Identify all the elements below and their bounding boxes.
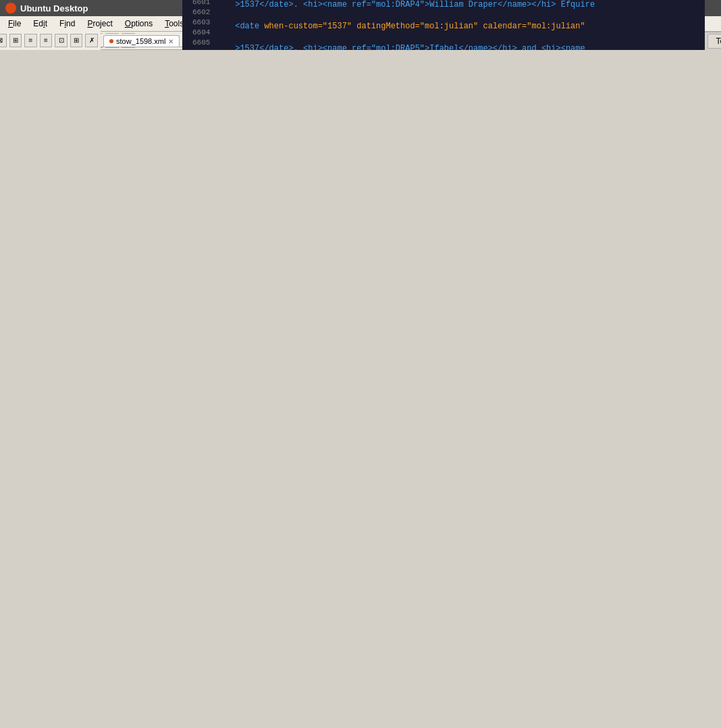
modified-indicator [109, 39, 113, 43]
code-content[interactable]: befides twentie marks the yeare to a gra… [213, 0, 704, 50]
xpath-btn10[interactable]: ≡ [24, 34, 37, 47]
menu-edit[interactable]: Edit [28, 18, 53, 30]
tab-text[interactable]: Text [707, 34, 721, 49]
menu-options[interactable]: Options [119, 18, 158, 30]
menu-find[interactable]: Find [54, 18, 80, 30]
file-tab[interactable]: stow_1598.xml ✕ [103, 35, 180, 47]
toolbar: 📄 📂 🗂 💾 ✔ 🔍 ◀◀ ▶▶ Saxon-EE ▾ ☑ 🔑 ▶ ▶| |▶… [0, 32, 721, 50]
xpath-btn13[interactable]: ⊞ [70, 34, 83, 47]
bottom-tabs: Text Grid Author [705, 32, 721, 50]
menu-project[interactable]: Project [82, 18, 117, 30]
line-numbers: 65756576657765786579 6580658165826583658… [182, 0, 213, 50]
tab-bar: stow_1598.xml ✕ [101, 34, 182, 47]
xpath-btn14[interactable]: ✗ [85, 34, 98, 47]
xpath-btn8[interactable]: ⊠ [0, 34, 7, 47]
comment-button[interactable]: XPath 2.0 ▾ ▾ ⚙ ✎ ✂ ▶ ▶| |▶ ⊞ ⊟ ⊠ ⊞ ≡ ≡ … [340, 33, 355, 48]
ubuntu-icon [5, 3, 16, 14]
xpath-btn12[interactable]: ⊡ [55, 34, 68, 47]
tab-filename: stow_1598.xml [116, 37, 165, 45]
menu-file[interactable]: File [3, 18, 26, 30]
main-area: 65756576657765786579 6580658165826583658… [182, 0, 704, 50]
xpath-bar: XPath 2.0 ▾ ▾ ⚙ ✎ ✂ ▶ ▶| |▶ ⊞ ⊟ ⊠ ⊞ ≡ ≡ … [0, 29, 101, 50]
code-area[interactable]: 65756576657765786579 6580658165826583658… [182, 0, 704, 50]
title-label: Ubuntu Desktop [20, 3, 88, 14]
tab-close-button[interactable]: ✕ [168, 38, 173, 45]
xpath-btn9[interactable]: ⊞ [9, 34, 22, 47]
xpath-btn11[interactable]: ≡ [40, 34, 53, 47]
